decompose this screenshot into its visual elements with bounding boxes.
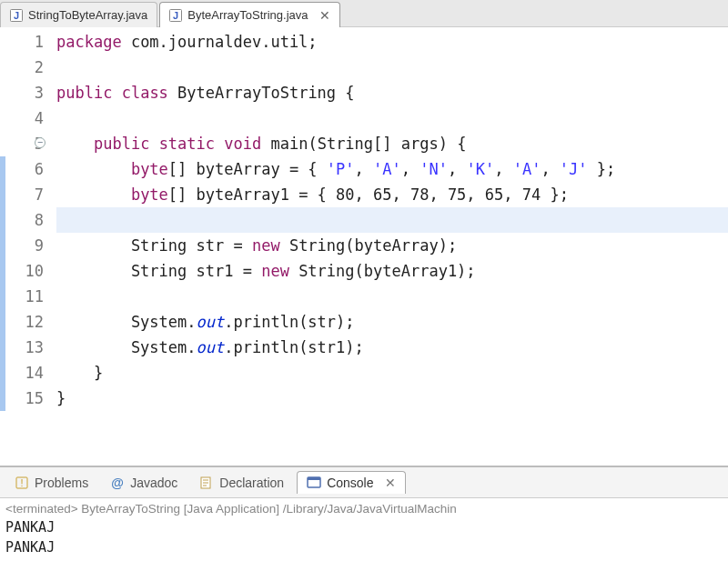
close-icon[interactable]: ✕ — [319, 8, 330, 23]
bottom-tab-bar: !Problems@JavadocDeclarationConsole✕ — [0, 467, 728, 498]
line-number: 13 — [0, 335, 44, 360]
line-number: 8 — [0, 207, 44, 233]
console-line: PANKAJ — [5, 537, 723, 557]
bottom-tab-label: Javadoc — [130, 476, 177, 490]
line-number: 11 — [0, 284, 44, 309]
code-line[interactable]: package com.journaldev.util; — [56, 29, 728, 55]
console-status: <terminated> ByteArrayToString [Java App… — [5, 502, 723, 516]
code-area[interactable]: package com.journaldev.util; public clas… — [56, 27, 728, 466]
code-line[interactable]: System.out.println(str1); — [56, 335, 728, 360]
code-line[interactable]: byte[] byteArray = { 'P', 'A', 'N', 'K',… — [56, 156, 728, 182]
line-number: 3 — [0, 80, 44, 105]
bottom-tab-declaration[interactable]: Declaration — [190, 472, 293, 494]
code-line[interactable]: byte[] byteArray1 = { 80, 65, 78, 75, 65… — [56, 182, 728, 207]
console-icon — [307, 476, 321, 490]
line-number: 2 — [0, 55, 44, 80]
svg-text:!: ! — [20, 477, 23, 488]
problems-icon: ! — [15, 476, 29, 490]
code-line[interactable]: } — [56, 360, 728, 386]
declaration-icon — [199, 476, 214, 490]
line-number: 1 — [0, 29, 44, 55]
line-number: 4 — [0, 105, 44, 131]
code-line[interactable] — [56, 207, 728, 233]
bottom-tab-label: Problems — [35, 476, 88, 490]
line-number: 5− — [0, 131, 44, 156]
tab-label: ByteArrayToString.java — [187, 8, 308, 22]
close-icon[interactable]: ✕ — [385, 476, 396, 490]
editor-tab[interactable]: JStringToByteArray.java — [0, 2, 157, 27]
bottom-tab-console[interactable]: Console✕ — [297, 471, 405, 494]
java-file-icon: J — [169, 9, 182, 22]
svg-text:J: J — [173, 10, 178, 21]
console-line: PANKAJ — [5, 517, 723, 537]
code-line[interactable]: } — [56, 386, 728, 411]
code-line[interactable]: String str1 = new String(byteArray1); — [56, 258, 728, 284]
line-number-gutter: 12345−6789101112131415 — [0, 27, 56, 466]
java-file-icon: J — [10, 9, 23, 22]
code-editor: 12345−6789101112131415 package com.journ… — [0, 27, 728, 466]
svg-text:@: @ — [111, 476, 124, 490]
line-number: 15 — [0, 386, 44, 411]
editor-tab[interactable]: JByteArrayToString.java✕ — [159, 2, 339, 27]
line-number: 9 — [0, 233, 44, 258]
console-view: <terminated> ByteArrayToString [Java App… — [0, 498, 728, 561]
code-line[interactable] — [56, 105, 728, 131]
editor-tab-bar: JStringToByteArray.javaJByteArrayToStrin… — [0, 0, 728, 27]
line-number: 10 — [0, 258, 44, 284]
code-line[interactable]: System.out.println(str); — [56, 309, 728, 335]
code-line[interactable]: String str = new String(byteArray); — [56, 233, 728, 258]
bottom-tab-javadoc[interactable]: @Javadoc — [101, 472, 187, 494]
line-number: 14 — [0, 360, 44, 386]
line-number: 7 — [0, 182, 44, 207]
code-line[interactable]: public static void main(String[] args) { — [56, 131, 728, 156]
console-output: PANKAJPANKAJ — [5, 517, 723, 557]
line-number: 6 — [0, 156, 44, 182]
code-line[interactable] — [56, 55, 728, 80]
line-number: 12 — [0, 309, 44, 335]
fold-toggle-icon[interactable]: − — [35, 137, 46, 148]
tab-label: StringToByteArray.java — [28, 8, 147, 22]
bottom-tab-label: Console — [327, 476, 373, 490]
code-line[interactable] — [56, 284, 728, 309]
bottom-tab-label: Declaration — [219, 476, 284, 490]
bottom-tab-problems[interactable]: !Problems — [5, 472, 97, 494]
code-line[interactable]: public class ByteArrayToString { — [56, 80, 728, 105]
bottom-panel: !Problems@JavadocDeclarationConsole✕ <te… — [0, 466, 728, 561]
javadoc-icon: @ — [110, 476, 125, 490]
svg-rect-9 — [308, 477, 320, 480]
svg-text:J: J — [14, 10, 19, 21]
